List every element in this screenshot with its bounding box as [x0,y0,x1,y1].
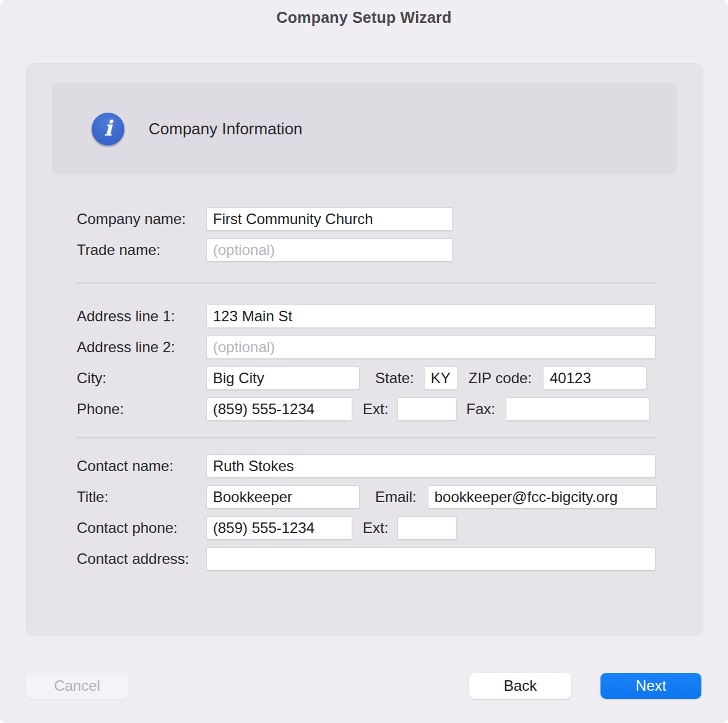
state-input[interactable] [424,366,457,390]
nav-button-group: Back Next [469,673,701,699]
contact-title-input[interactable] [206,485,360,509]
email-input[interactable] [428,485,657,509]
section-divider [77,282,656,284]
company-name-input[interactable] [206,207,453,231]
title-email-row: Title: Email: [77,485,680,509]
info-icon: i [92,113,124,145]
zip-code-input[interactable] [543,366,647,390]
phone-ext-input[interactable] [397,397,457,421]
city-state-zip-row: City: State: ZIP code: [77,366,680,390]
phone-label: Phone: [77,400,206,418]
company-name-label: Company name: [77,210,206,228]
zip-code-label: ZIP code: [469,370,532,387]
phone-ext-label: Ext: [363,400,388,418]
fax-input[interactable] [506,397,649,421]
contact-phone-ext-input[interactable] [397,516,457,540]
contact-title-label: Title: [77,488,206,506]
title-bar: Company Setup Wizard [0,0,728,35]
address-line2-label: Address line 2: [77,339,206,356]
address-line1-label: Address line 1: [77,308,206,325]
company-info-form: Company name: Trade name: Address line 1… [27,207,703,571]
contact-phone-row: Contact phone: Ext: [77,516,680,540]
trade-name-label: Trade name: [77,241,206,259]
city-input[interactable] [206,366,360,390]
contact-name-row: Contact name: [77,454,680,478]
contact-phone-input[interactable] [206,516,352,540]
phone-input[interactable] [206,397,352,421]
state-label: State: [375,370,414,387]
step-title: Company Information [149,119,303,139]
fax-label: Fax: [466,400,495,418]
contact-phone-label: Contact phone: [77,519,206,537]
next-button[interactable]: Next [600,673,701,699]
section-divider [77,437,656,438]
city-label: City: [77,370,206,387]
address-line1-input[interactable] [206,305,656,328]
contact-name-input[interactable] [206,454,656,478]
phone-row: Phone: Ext: Fax: [77,397,680,421]
company-name-row: Company name: [77,207,680,231]
contact-address-row: Contact address: [77,547,680,571]
address-line1-row: Address line 1: [77,305,680,328]
address-line2-row: Address line 2: [77,336,680,359]
email-label: Email: [375,488,417,506]
contact-address-input[interactable] [206,547,656,571]
step-header: i Company Information [52,83,677,175]
wizard-content-panel: i Company Information Company name: Trad… [26,63,703,636]
wizard-footer: Cancel Back Next [0,673,728,699]
contact-address-label: Contact address: [77,550,206,568]
contact-phone-ext-label: Ext: [363,519,388,537]
cancel-button[interactable]: Cancel [26,673,128,699]
trade-name-input[interactable] [206,238,453,262]
address-line2-input[interactable] [206,336,656,359]
window-title: Company Setup Wizard [277,9,452,27]
contact-name-label: Contact name: [77,457,206,475]
trade-name-row: Trade name: [77,238,680,262]
back-button[interactable]: Back [469,673,571,699]
company-setup-wizard-window: Company Setup Wizard i Company Informati… [0,0,728,723]
